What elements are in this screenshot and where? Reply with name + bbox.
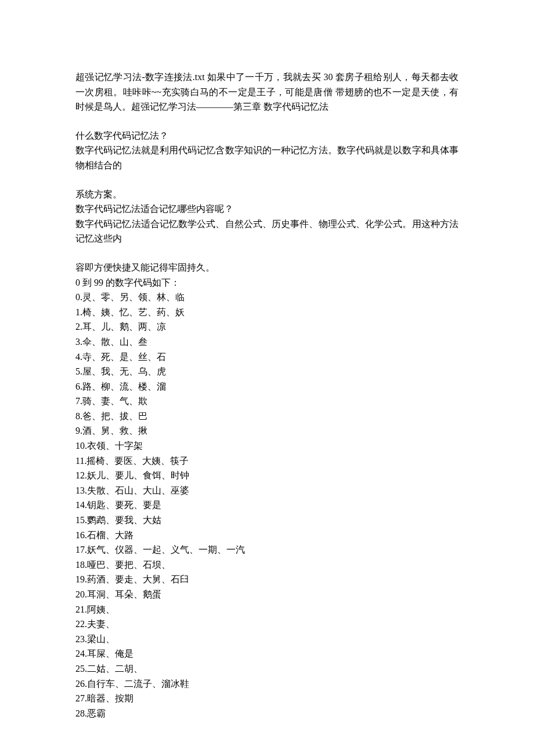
code-line: 23.梁山、 (75, 632, 459, 647)
code-line: 8.爸、把、拔、巴 (75, 409, 459, 424)
code-line: 4.寺、死、是、丝、石 (75, 350, 459, 365)
code-line: 1.椅、姨、忆、艺、药、妖 (75, 305, 459, 320)
block3-line1: 系统方案。 (75, 187, 459, 202)
code-line: 20.耳洞、耳朵、鹅蛋 (75, 587, 459, 602)
code-line: 14.钥匙、要死、要是 (75, 498, 459, 513)
code-line: 22.夫妻、 (75, 617, 459, 632)
code-line: 15.鹦鹉、要我、大姑 (75, 513, 459, 528)
intro-paragraph: 超强记忆学习法-数字连接法.txt 如果中了一千万，我就去买 30 套房子租给别… (75, 70, 459, 114)
gap (75, 114, 459, 128)
code-line: 26.自行车、二流子、溜冰鞋 (75, 676, 459, 692)
block2-line2: 数字代码记忆法就是利用代码记忆含数字知识的一种记忆方法。数字代码就是以数字和具体… (75, 143, 459, 172)
code-line: 13.失散、石山、大山、巫婆 (75, 483, 459, 498)
codes-list: 0.灵、零、另、领、林、临1.椅、姨、忆、艺、药、妖2.耳、儿、鹅、两、凉3.伞… (75, 290, 459, 721)
gap (75, 173, 459, 187)
code-line: 17.妖气、仪器、一起、义气、一期、一汽 (75, 542, 459, 557)
code-line: 7.骑、妻、气、欺 (75, 394, 459, 409)
code-line: 3.伞、散、山、叁 (75, 334, 459, 350)
block2-line1: 什么数字代码记忆法？ (75, 128, 459, 143)
code-line: 6.路、柳、流、楼、溜 (75, 379, 459, 394)
code-line: 12.妖儿、要儿、食饵、时钟 (75, 468, 459, 483)
code-line: 11.摇椅、要医、大姨、筷子 (75, 453, 459, 469)
code-line: 25.二姑、二胡、 (75, 661, 459, 676)
code-line: 28.恶霸 (75, 706, 459, 721)
code-line: 10.衣领、十字架 (75, 438, 459, 453)
code-line: 21.阿姨、 (75, 602, 459, 617)
code-line: 0.灵、零、另、领、林、临 (75, 290, 459, 305)
code-line: 5.屋、我、无、乌、虎 (75, 364, 459, 379)
code-line: 24.耳屎、俺是 (75, 646, 459, 661)
block3-line2: 数字代码记忆法适合记忆哪些内容呢？ (75, 201, 459, 217)
code-line: 9.酒、舅、救、揪 (75, 423, 459, 438)
code-line: 2.耳、儿、鹅、两、凉 (75, 319, 459, 334)
code-line: 18.哑巴、要把、石坝、 (75, 557, 459, 573)
code-line: 19.药酒、要走、大舅、石臼 (75, 572, 459, 587)
block4-line1: 容即方便快捷又能记得牢固持久。 (75, 260, 459, 275)
block4-line2: 0 到 99 的数字代码如下： (75, 275, 459, 290)
gap (75, 246, 459, 260)
block3-line3: 数字代码记忆法适合记忆数学公式、自然公式、历史事件、物理公式、化学公式。用这种方… (75, 217, 459, 246)
code-line: 16.石榴、大路 (75, 528, 459, 543)
code-line: 27.暗器、按期 (75, 691, 459, 706)
